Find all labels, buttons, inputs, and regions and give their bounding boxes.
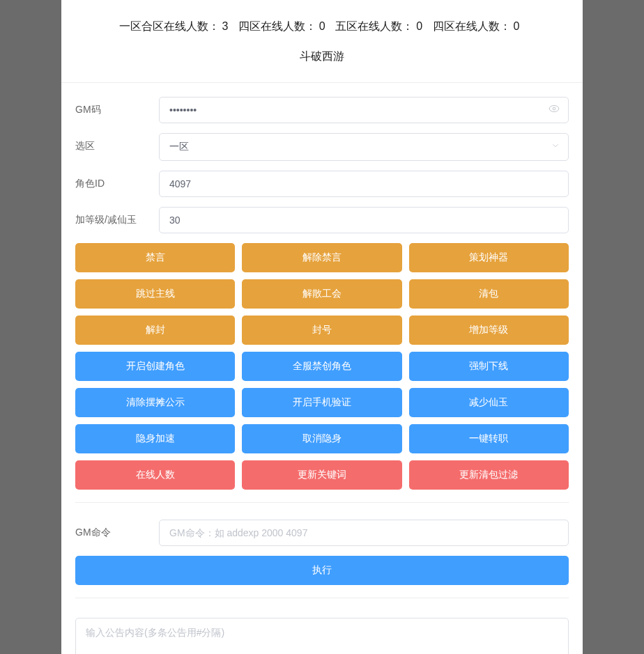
action-button[interactable]: 策划神器 — [409, 243, 569, 272]
button-row-blue: 开启创建角色 全服禁创角色 强制下线 — [75, 352, 569, 381]
level-input[interactable] — [159, 207, 569, 233]
action-button[interactable]: 解散工会 — [242, 279, 401, 309]
execute-button[interactable]: 执行 — [75, 556, 569, 585]
action-button[interactable]: 取消隐身 — [242, 424, 401, 453]
action-button[interactable]: 隐身加速 — [75, 424, 235, 453]
action-button[interactable]: 更新清包过滤 — [409, 460, 569, 490]
svg-point-0 — [549, 106, 559, 112]
gm-cmd-input[interactable] — [159, 520, 569, 546]
action-button[interactable]: 减少仙玉 — [409, 388, 569, 417]
zone-label: 选区 — [75, 133, 159, 161]
gm-code-input[interactable] — [159, 97, 569, 123]
button-row-orange: 禁言 解除禁言 策划神器 — [75, 243, 569, 272]
action-button[interactable]: 跳过主线 — [75, 279, 235, 309]
page-title: 斗破西游 — [75, 49, 569, 64]
stat-item: 五区在线人数：0 — [335, 20, 428, 32]
level-label: 加等级/减仙玉 — [75, 207, 159, 233]
action-button[interactable]: 清除摆摊公示 — [75, 388, 235, 417]
gm-cmd-label: GM命令 — [75, 520, 159, 546]
action-button[interactable]: 更新关键词 — [242, 460, 401, 490]
header: 一区合区在线人数：3 四区在线人数：0 五区在线人数：0 四区在线人数：0 斗破… — [61, 0, 583, 82]
action-button[interactable]: 全服禁创角色 — [242, 352, 401, 381]
role-id-label: 角色ID — [75, 171, 159, 197]
action-button[interactable]: 解除禁言 — [242, 243, 401, 272]
action-button[interactable]: 清包 — [409, 279, 569, 309]
stat-item: 四区在线人数：0 — [238, 20, 331, 32]
action-button[interactable]: 在线人数 — [75, 460, 235, 490]
action-button[interactable]: 禁言 — [75, 243, 235, 272]
action-button[interactable]: 解封 — [75, 316, 235, 345]
main-panel: GM码 选区 一区 角色ID — [61, 82, 583, 654]
stats-row: 一区合区在线人数：3 四区在线人数：0 五区在线人数：0 四区在线人数：0 — [75, 20, 569, 34]
action-button[interactable]: 开启创建角色 — [75, 352, 235, 381]
button-row-red: 在线人数 更新关键词 更新清包过滤 — [75, 460, 569, 490]
action-button[interactable]: 封号 — [242, 316, 401, 345]
action-button[interactable]: 增加等级 — [409, 316, 569, 345]
gm-code-label: GM码 — [75, 97, 159, 123]
zone-select[interactable]: 一区 — [159, 133, 569, 161]
action-button[interactable]: 强制下线 — [409, 352, 569, 381]
divider — [75, 598, 569, 598]
button-row-orange: 跳过主线 解散工会 清包 — [75, 279, 569, 309]
svg-point-1 — [553, 107, 555, 110]
eye-icon[interactable] — [548, 102, 560, 118]
action-button[interactable]: 一键转职 — [409, 424, 569, 453]
button-row-blue: 隐身加速 取消隐身 一键转职 — [75, 424, 569, 453]
button-row-blue: 清除摆摊公示 开启手机验证 减少仙玉 — [75, 388, 569, 417]
stat-item: 四区在线人数：0 — [433, 20, 526, 32]
role-id-input[interactable] — [159, 171, 569, 197]
action-button[interactable]: 开启手机验证 — [242, 388, 401, 417]
divider — [75, 502, 569, 503]
button-row-orange: 解封 封号 增加等级 — [75, 316, 569, 345]
notice-textarea[interactable] — [75, 618, 569, 654]
stat-item: 一区合区在线人数：3 — [119, 20, 234, 32]
